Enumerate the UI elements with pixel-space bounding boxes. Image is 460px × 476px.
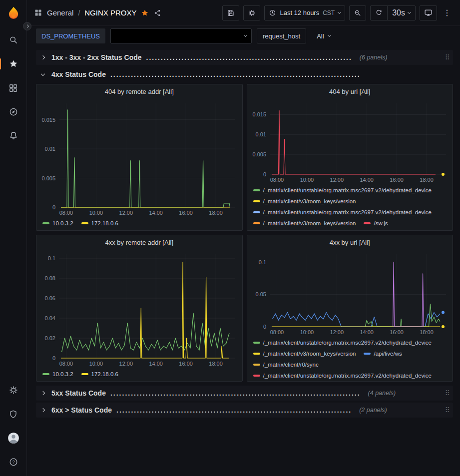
panel-title[interactable]: 404 by uri [All] [247, 84, 453, 98]
grafana-logo[interactable] [0, 0, 27, 28]
favorite-star-icon[interactable] [141, 9, 149, 17]
panel-title[interactable]: 4xx by uri [All] [247, 235, 453, 249]
chart-canvas[interactable]: 00.0050.010.01508:0010:0012:0014:0016:00… [36, 98, 242, 217]
sidebar-item-server-admin[interactable] [0, 402, 27, 426]
dashboards-grid-icon [8, 83, 18, 93]
legend-item[interactable]: 10.0.3.2 [42, 369, 73, 379]
row-header-4xx[interactable]: 4xx Status Code ........................… [36, 67, 453, 82]
sidebar-item-help[interactable]: ? [0, 450, 27, 474]
refresh-interval-dropdown[interactable]: 30s [387, 6, 415, 20]
time-series-chart[interactable]: 00.0050.010.01508:0010:0012:0014:0016:00… [247, 98, 453, 184]
panel-title[interactable]: 404 by remote addr [All] [36, 84, 242, 98]
svg-text:08:00: 08:00 [270, 329, 284, 335]
sidebar-item-starred[interactable] [0, 52, 27, 76]
legend-label: /_matrix/client/v3/room_keys/version [263, 218, 356, 228]
panel-title[interactable]: 4xx by remote addr [All] [36, 235, 242, 249]
svg-text:0.015: 0.015 [41, 117, 55, 123]
svg-text:08:00: 08:00 [59, 210, 73, 216]
breadcrumb-folder[interactable]: General [47, 8, 73, 17]
legend-item[interactable]: /sw.js [364, 218, 388, 228]
row-header-6xx[interactable]: 6xx > Status Code ......................… [36, 403, 453, 418]
legend-swatch [253, 211, 260, 213]
row-drag-handle[interactable]: ⠿ [444, 406, 451, 414]
sidebar-expand-button[interactable] [23, 22, 31, 30]
legend-label: 10.0.3.2 [52, 369, 73, 379]
legend-item[interactable]: 172.18.0.6 [81, 369, 118, 379]
chart-canvas[interactable]: 00.0050.010.01508:0010:0012:0014:0016:00… [247, 98, 453, 184]
sidebar-bottom: ? [0, 378, 27, 474]
zoom-out-button[interactable] [349, 5, 366, 20]
row-drag-handle[interactable]: ⠿ [444, 389, 451, 397]
svg-text:0.1: 0.1 [48, 255, 55, 261]
time-series-chart[interactable]: 00.020.040.060.080.108:0010:0012:0014:00… [36, 249, 242, 368]
grafana-app: ? General / NGINX PROXY [0, 0, 460, 476]
legend-label: 10.0.3.2 [52, 218, 73, 228]
row-header-5xx[interactable]: 5xx Status Code ........................… [36, 386, 453, 401]
time-series-chart[interactable]: 00.050.108:0010:0012:0014:0016:0018:00 [247, 249, 453, 337]
share-icon[interactable] [153, 9, 161, 17]
dashboard-settings-button[interactable] [243, 5, 260, 20]
legend-item[interactable]: /_matrix/client/v3/room_keys/version [253, 196, 356, 206]
legend-swatch [253, 353, 260, 355]
legend-item[interactable]: /api/live/ws [364, 349, 402, 359]
svg-text:08:00: 08:00 [59, 361, 73, 367]
panel-legend: /_matrix/client/unstable/org.matrix.msc2… [247, 337, 453, 381]
legend-label: /_matrix/client/unstable/org.matrix.msc2… [263, 185, 432, 195]
row-drag-handle[interactable]: ⠿ [444, 53, 451, 61]
legend-label: /_matrix/client/unstable/org.matrix.msc2… [263, 371, 432, 381]
svg-text:12:00: 12:00 [330, 177, 344, 183]
legend-swatch [81, 373, 88, 375]
legend-label: 172.18.0.6 [91, 218, 118, 228]
chart-canvas[interactable]: 00.020.040.060.080.108:0010:0012:0014:00… [36, 249, 242, 368]
sidebar-item-configuration[interactable] [0, 378, 27, 402]
svg-text:0.06: 0.06 [45, 295, 55, 301]
kiosk-mode-button[interactable] [420, 5, 437, 20]
save-dashboard-button[interactable] [222, 5, 239, 20]
legend-label: /_matrix/client/unstable/org.matrix.msc2… [263, 338, 432, 348]
legend-label: 172.18.0.6 [91, 369, 118, 379]
panel-404-by-uri: 404 by uri [All] 00.0050.010.01508:0010:… [247, 84, 454, 231]
time-series-chart[interactable]: 00.0050.010.01508:0010:0012:0014:0016:00… [36, 98, 242, 217]
legend-item[interactable]: /_matrix/client/unstable/org.matrix.msc2… [253, 185, 432, 195]
legend-item[interactable]: /_matrix/client/unstable/org.matrix.msc2… [253, 207, 432, 217]
legend-item[interactable]: 172.18.0.6 [81, 218, 118, 228]
breadcrumb-dashboard-title[interactable]: NGINX PROXY [84, 8, 136, 17]
zoom-out-icon [354, 9, 362, 17]
sidebar-item-dashboards[interactable] [0, 76, 27, 100]
clock-icon [269, 9, 276, 16]
row-header-1xx-3xx-2xx[interactable]: 1xx - 3xx - 2xx Status Code ............… [36, 50, 453, 65]
panel-grid: 404 by remote addr [All] 00.0050.010.015… [36, 84, 453, 382]
sidebar-item-profile[interactable] [0, 426, 27, 450]
variable-value-ds-prometheus-dropdown[interactable] [110, 28, 252, 43]
chevron-down-icon [244, 33, 247, 37]
svg-text:14:00: 14:00 [360, 177, 374, 183]
svg-text:0.015: 0.015 [252, 111, 266, 117]
chevron-down-icon [408, 10, 411, 13]
compass-icon [8, 107, 18, 117]
variable-label-request-host[interactable]: request_host [257, 28, 306, 43]
row-title: 5xx Status Code [51, 389, 106, 397]
chart-canvas[interactable]: 00.050.108:0010:0012:0014:0016:0018:00 [247, 249, 453, 337]
variable-value-request-host-dropdown[interactable]: All [311, 28, 336, 43]
apps-grid-icon[interactable] [34, 8, 42, 17]
legend-item[interactable]: 10.0.3.2 [42, 218, 73, 228]
star-icon [8, 59, 18, 69]
legend-item[interactable]: /_matrix/client/r0/sync [253, 360, 319, 370]
legend-item[interactable]: /_matrix/client/v3/room_keys/version [253, 218, 356, 228]
row-leader-dots: ........................................… [110, 389, 361, 397]
svg-text:18:00: 18:00 [420, 177, 434, 183]
sidebar-item-alerting[interactable] [0, 124, 27, 148]
legend-item[interactable]: /_matrix/client/unstable/org.matrix.msc2… [253, 371, 432, 381]
variable-label-ds-prometheus[interactable]: DS_PROMETHEUS [36, 28, 105, 43]
legend-item[interactable]: /_matrix/client/v3/room_keys/version [253, 349, 356, 359]
time-range-picker[interactable]: Last 12 hours CST [264, 5, 345, 20]
legend-swatch [253, 375, 260, 377]
chevron-down-icon [328, 33, 331, 37]
sidebar-item-explore[interactable] [0, 100, 27, 124]
more-options-kebab-menu[interactable]: ⋮ [441, 5, 453, 20]
legend-label: /api/live/ws [374, 349, 402, 359]
sidebar-item-search[interactable] [0, 28, 27, 52]
refresh-button[interactable] [371, 6, 387, 20]
legend-item[interactable]: /_matrix/client/unstable/org.matrix.msc2… [253, 338, 432, 348]
svg-text:14:00: 14:00 [360, 329, 374, 335]
